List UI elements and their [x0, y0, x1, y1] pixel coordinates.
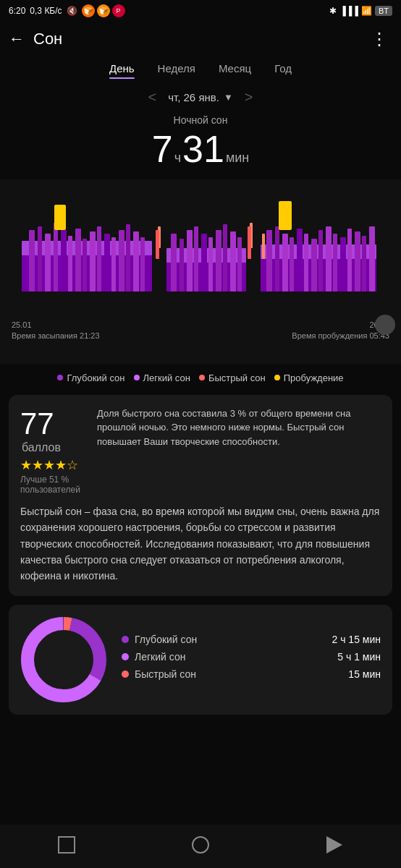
stat-light-dot: [122, 653, 129, 660]
stat-light: Легкий сон 5 ч 1 мин: [122, 651, 381, 663]
date-navigation: < чт, 26 янв. ▼ >: [0, 79, 401, 109]
sleep-hours: 7: [152, 127, 173, 171]
svg-rect-12: [68, 236, 72, 292]
nav-recent-button[interactable]: [321, 832, 347, 858]
app-icon-2: 🍞: [97, 4, 110, 17]
app-icons: 🍞 🍞 P: [82, 4, 125, 17]
bottom-spacer: [0, 715, 401, 773]
battery-icon: BT: [375, 6, 392, 16]
tabs-container: День Неделя Месяц Год: [0, 56, 401, 79]
stat-deep-label: Глубокий сон: [135, 634, 326, 645]
app-icon-3: P: [112, 4, 125, 17]
donut-chart: [20, 616, 107, 703]
bluetooth-icon: ✱: [329, 6, 337, 16]
date-dropdown-icon: ▼: [224, 92, 233, 103]
tab-month[interactable]: Месяц: [219, 62, 251, 79]
back-button[interactable]: ←: [9, 30, 25, 48]
nav-square-icon: [58, 836, 75, 854]
svg-rect-35: [266, 230, 272, 292]
minutes-unit: мин: [226, 150, 249, 166]
deep-dot: [57, 375, 63, 380]
stat-deep: Глубокий сон 2 ч 15 мин: [122, 634, 381, 645]
wake-label: Пробуждение: [284, 373, 344, 383]
status-bar: 6:20 0,3 КБ/с 🔇 🍞 🍞 P ✱ ▐▐▐ 📶 BT: [0, 0, 401, 22]
header-left: ← Сон: [9, 30, 62, 48]
svg-rect-24: [171, 234, 177, 292]
stat-deep-value: 2 ч 15 мин: [332, 634, 381, 645]
deep-label: Глубокий сон: [67, 373, 124, 383]
more-menu-button[interactable]: ⋮: [371, 29, 389, 49]
svg-rect-44: [333, 234, 337, 292]
stat-rem: Быстрый сон 15 мин: [122, 668, 381, 680]
score-number: 77: [20, 407, 54, 441]
svg-rect-18: [111, 237, 116, 292]
legend-light: Легкий сон: [134, 373, 190, 383]
sleep-duration: 7 ч 31 мин: [0, 127, 401, 171]
tab-day[interactable]: День: [109, 62, 135, 79]
signal-icon: ▐▐▐: [339, 6, 358, 16]
svg-rect-32: [230, 231, 236, 292]
score-suffix: баллов: [22, 441, 61, 454]
wake-time: Время пробуждения 05:43: [292, 331, 389, 341]
score-top: 77 баллов ★★★★☆ Лучше 51 %пользователей …: [20, 407, 381, 495]
score-left: 77 баллов ★★★★☆ Лучше 51 %пользователей: [20, 407, 85, 495]
svg-rect-47: [355, 231, 360, 292]
nav-back-button[interactable]: [54, 832, 80, 858]
stat-rem-label: Быстрый сон: [135, 668, 342, 680]
tab-week[interactable]: Неделя: [158, 62, 195, 79]
svg-rect-30: [216, 230, 221, 292]
svg-rect-21: [133, 231, 139, 292]
scroll-indicator[interactable]: [375, 315, 395, 335]
legend: Глубокий сон Легкий сон Быстрый сон Проб…: [0, 364, 401, 389]
svg-rect-27: [194, 226, 198, 292]
stat-light-value: 5 ч 1 мин: [337, 651, 381, 663]
svg-rect-15: [90, 231, 96, 292]
svg-rect-46: [347, 229, 352, 292]
donut-svg: [20, 616, 107, 703]
next-date-button[interactable]: >: [245, 89, 253, 106]
time: 6:20: [9, 6, 25, 16]
svg-rect-51: [279, 201, 292, 230]
stat-light-label: Легкий сон: [135, 651, 332, 663]
current-date[interactable]: чт, 26 янв. ▼: [168, 91, 233, 103]
rem-label: Быстрый сон: [208, 373, 266, 383]
tab-year[interactable]: Год: [274, 62, 292, 79]
svg-rect-8: [38, 226, 42, 292]
score-card: 77 баллов ★★★★☆ Лучше 51 %пользователей …: [9, 395, 392, 596]
hours-unit: ч: [174, 150, 181, 166]
svg-rect-49: [369, 226, 375, 292]
svg-rect-29: [208, 237, 213, 292]
svg-rect-48: [362, 236, 366, 292]
svg-rect-7: [29, 230, 35, 292]
svg-rect-9: [45, 234, 51, 292]
svg-rect-25: [180, 239, 184, 292]
sleep-stats-row: Глубокий сон 2 ч 15 мин Легкий сон 5 ч 1…: [9, 605, 392, 715]
nav-home-button[interactable]: [187, 832, 214, 858]
sleep-summary: Ночной сон 7 ч 31 мин: [0, 109, 401, 174]
svg-rect-39: [297, 229, 303, 292]
svg-rect-37: [282, 234, 288, 292]
svg-rect-36: [275, 226, 279, 292]
sleep-chart[interactable]: 25.01 Время засыпания 21:23 26.01 Время …: [0, 179, 401, 364]
svg-rect-14: [83, 239, 87, 292]
page-title: Сон: [33, 30, 62, 48]
app-icon-1: 🍞: [82, 4, 95, 17]
header: ← Сон ⋮: [0, 22, 401, 56]
svg-rect-31: [223, 224, 227, 292]
svg-rect-11: [61, 230, 67, 292]
svg-rect-52: [156, 230, 159, 259]
svg-rect-16: [97, 226, 101, 292]
score-stars: ★★★★☆: [20, 457, 85, 473]
stat-rem-value: 15 мин: [348, 668, 381, 680]
svg-rect-26: [187, 230, 193, 292]
prev-date-button[interactable]: <: [148, 89, 156, 106]
chart-labels: 25.01 Время засыпания 21:23 26.01 Время …: [0, 317, 401, 342]
nav-circle-icon: [192, 836, 209, 854]
score-body: Быстрый сон – фаза сна, во время которой…: [20, 503, 381, 584]
rem-dot: [199, 375, 205, 380]
svg-rect-43: [326, 226, 332, 292]
stat-rem-dot: [122, 671, 129, 678]
svg-rect-17: [104, 234, 110, 292]
status-right: ✱ ▐▐▐ 📶 BT: [329, 6, 392, 16]
score-description: Доля быстрого сна составила 3 % от общег…: [97, 407, 381, 495]
